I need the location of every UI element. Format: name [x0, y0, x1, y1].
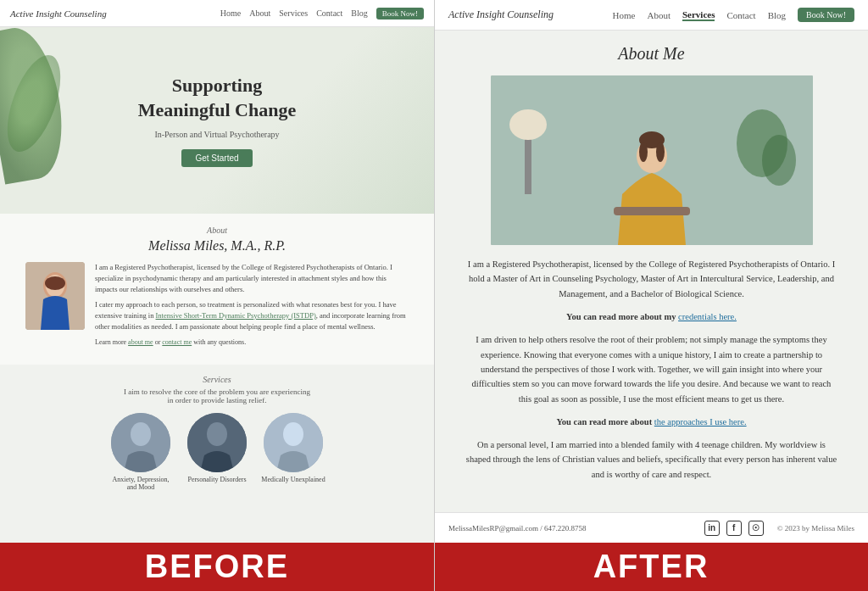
left-book-button[interactable]: Book Now! — [376, 8, 424, 20]
right-therapist-photo — [491, 75, 813, 245]
left-hero: Supporting Meaningful Change In-Person a… — [0, 27, 434, 214]
right-approaches-line: You can read more about the approaches I… — [465, 415, 838, 429]
right-para2: I am driven to help others resolve the r… — [465, 332, 838, 406]
anxiety-image — [111, 413, 170, 472]
linkedin-icon[interactable]: in — [704, 521, 720, 536]
left-logo: Active Insight Counseling — [10, 8, 107, 19]
right-logo: Active Insight Counseling — [448, 8, 554, 21]
left-cta-button[interactable]: Get Started — [181, 149, 252, 167]
contact-me-link[interactable]: contact me — [162, 338, 192, 346]
left-services-label: Services — [25, 375, 409, 384]
left-nav-blog[interactable]: Blog — [351, 8, 367, 18]
right-footer: MelissaMilesRP@gmail.com / 647.220.8758 … — [435, 512, 868, 543]
svg-rect-17 — [614, 207, 690, 215]
facebook-icon[interactable]: f — [726, 521, 742, 536]
left-avatar — [25, 262, 85, 330]
right-nav: Active Insight Counseling Home About Ser… — [435, 0, 868, 31]
svg-point-13 — [509, 109, 547, 140]
right-nav-about[interactable]: About — [647, 10, 670, 20]
right-social-icons: in f ☉ — [704, 521, 764, 536]
instagram-icon[interactable]: ☉ — [748, 521, 764, 536]
right-nav-links: Home About Services Contact Blog Book No… — [613, 8, 854, 22]
svg-point-20 — [639, 142, 648, 162]
left-nav-links: Home About Services Contact Blog Book No… — [220, 8, 424, 20]
right-contact-info: MelissaMilesRP@gmail.com / 647.220.8758 — [448, 524, 587, 532]
service-card-anxiety: Anxiety, Depression, and Mood — [107, 413, 175, 491]
right-nav-blog[interactable]: Blog — [768, 10, 786, 20]
anxiety-label: Anxiety, Depression, and Mood — [107, 476, 175, 491]
personality-label: Personality Disorders — [183, 476, 251, 483]
svg-point-3 — [45, 276, 65, 290]
right-credentials-line: You can read more about my credentials h… — [465, 309, 838, 324]
left-services-description: I aim to resolve the core of the problem… — [25, 387, 409, 404]
left-about-section: About Melissa Miles, M.A., R.P. I am — [0, 214, 434, 365]
after-label: AFTER — [434, 549, 868, 585]
personality-image — [187, 413, 247, 472]
right-about-heading: About Me — [455, 44, 848, 64]
right-body-text: I am a Registered Psychotherapist, licen… — [465, 257, 838, 482]
panel-divider — [434, 0, 435, 591]
left-about-label: About — [25, 226, 409, 235]
left-about-content: I am a Registered Psychotherapist, licen… — [25, 262, 409, 353]
left-panel: Active Insight Counseling Home About Ser… — [0, 0, 434, 543]
left-nav-contact[interactable]: Contact — [316, 8, 342, 18]
service-card-personality: Personality Disorders — [183, 413, 251, 491]
right-para1: I am a Registered Psychotherapist, licen… — [465, 257, 838, 301]
svg-point-9 — [283, 422, 303, 446]
credentials-link[interactable]: credentials here. — [678, 312, 737, 321]
medically-image — [264, 413, 323, 472]
istdp-link[interactable]: Intensive Short-Term Dynamic Psychothera… — [156, 311, 316, 320]
right-nav-services[interactable]: Services — [682, 9, 715, 21]
right-book-button[interactable]: Book Now! — [798, 8, 854, 22]
before-label: BEFORE — [0, 549, 434, 585]
left-service-cards: Anxiety, Depression, and Mood Personalit… — [25, 413, 409, 491]
left-hero-heading: Supporting Meaningful Change — [138, 74, 296, 122]
right-copyright: © 2023 by Melissa Miles — [777, 524, 854, 532]
left-nav-services[interactable]: Services — [279, 8, 308, 18]
left-nav-home[interactable]: Home — [220, 8, 241, 18]
right-nav-home[interactable]: Home — [613, 10, 636, 20]
about-me-link[interactable]: about me — [128, 338, 153, 346]
right-panel: Active Insight Counseling Home About Ser… — [434, 0, 868, 543]
left-about-name: Melissa Miles, M.A., R.P. — [25, 238, 409, 254]
right-nav-contact[interactable]: Contact — [726, 10, 755, 20]
right-para3: On a personal level, I am married into a… — [465, 438, 838, 482]
svg-point-7 — [207, 422, 227, 446]
svg-point-15 — [762, 135, 796, 186]
page-wrapper: Active Insight Counseling Home About Ser… — [0, 0, 868, 591]
left-hero-subheading: In-Person and Virtual Psychotherapy — [154, 130, 279, 139]
svg-point-21 — [656, 142, 665, 162]
service-card-medically: Medically Unexplained — [259, 413, 327, 491]
medically-label: Medically Unexplained — [259, 476, 327, 483]
svg-point-5 — [131, 422, 151, 446]
right-content: About Me — [435, 31, 868, 512]
left-nav-about[interactable]: About — [249, 8, 270, 18]
left-about-text: I am a Registered Psychotherapist, licen… — [95, 262, 409, 353]
left-nav: Active Insight Counseling Home About Ser… — [0, 0, 434, 27]
left-services-section: Services I aim to resolve the core of th… — [0, 365, 434, 501]
approaches-link[interactable]: the approaches I use here. — [654, 417, 747, 427]
